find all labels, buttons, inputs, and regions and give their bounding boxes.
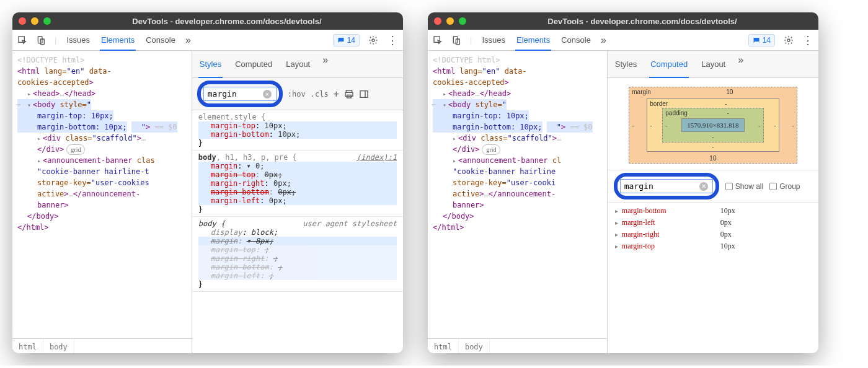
- rule-element-style[interactable]: element.style { margin-top: 10px; margin…: [192, 110, 403, 151]
- gear-icon[interactable]: [784, 35, 794, 45]
- padding-label: padding: [665, 110, 688, 116]
- more-subtabs-icon[interactable]: »: [322, 55, 328, 74]
- filter-highlight: ✕: [614, 173, 719, 199]
- grid-badge[interactable]: grid: [482, 144, 500, 155]
- device-toggle-icon[interactable]: [36, 35, 46, 45]
- box-model[interactable]: margin 10 10 - - border - - - - paddin: [608, 78, 818, 170]
- close-icon[interactable]: [19, 17, 26, 25]
- tab-elements[interactable]: Elements: [515, 30, 551, 51]
- clear-icon[interactable]: ✕: [263, 90, 272, 99]
- rule-user-agent[interactable]: body {user agent stylesheet display: blo…: [192, 217, 403, 292]
- subtab-styles[interactable]: Styles: [198, 55, 223, 78]
- tab-console[interactable]: Console: [560, 30, 592, 50]
- expand-icon[interactable]: [37, 134, 43, 142]
- svg-rect-7: [360, 90, 368, 97]
- border-label: border: [650, 100, 668, 107]
- subtab-styles[interactable]: Styles: [614, 55, 638, 74]
- issue-icon: [337, 37, 345, 44]
- minimize-icon[interactable]: [31, 17, 38, 25]
- minimize-icon[interactable]: [446, 17, 454, 25]
- tab-console[interactable]: Console: [144, 30, 177, 50]
- breadcrumb: html body: [428, 338, 607, 353]
- print-icon[interactable]: [344, 89, 354, 99]
- svg-rect-9: [434, 37, 440, 42]
- kebab-icon[interactable]: ⋮: [387, 33, 398, 47]
- tab-elements[interactable]: Elements: [100, 30, 136, 51]
- computed-prop[interactable]: margin-bottom10px: [608, 205, 818, 217]
- issue-count: 14: [347, 36, 355, 45]
- computed-prop[interactable]: margin-top10px: [608, 240, 818, 252]
- tab-issues[interactable]: Issues: [65, 30, 91, 50]
- more-subtabs-icon[interactable]: »: [738, 55, 743, 74]
- doctype: <!DOCTYPE html>: [17, 55, 192, 66]
- collapse-icon[interactable]: [27, 100, 33, 109]
- group-checkbox[interactable]: Group: [769, 182, 800, 191]
- show-all-checkbox[interactable]: Show all: [725, 182, 763, 191]
- computed-prop[interactable]: margin-right0px: [608, 229, 818, 240]
- svg-rect-0: [19, 37, 24, 42]
- hov-toggle[interactable]: :hov: [288, 90, 306, 99]
- crumb-body[interactable]: body: [43, 339, 74, 353]
- style-margin-bottom: margin-bottom: 10px;: [37, 123, 127, 131]
- kebab-icon[interactable]: ⋮: [802, 33, 813, 47]
- window-title: DevTools - developer.chrome.com/docs/dev…: [472, 17, 812, 26]
- cls-toggle[interactable]: .cls: [311, 90, 329, 99]
- devtools-window-styles: DevTools - developer.chrome.com/docs/dev…: [12, 12, 403, 353]
- expand-icon[interactable]: [453, 134, 458, 142]
- traffic-lights: [19, 17, 51, 25]
- rule-body-selectors[interactable]: body, h1, h3, p, pre {(index):1 margin: …: [192, 151, 403, 217]
- subtab-computed[interactable]: Computed: [649, 55, 689, 78]
- clear-icon[interactable]: ✕: [699, 182, 708, 191]
- more-tabs-icon[interactable]: »: [185, 35, 191, 46]
- computed-prop[interactable]: margin-left0px: [608, 217, 818, 229]
- issue-count: 14: [763, 36, 771, 45]
- issues-badge[interactable]: 14: [748, 34, 775, 46]
- main-toolbar: | Issues Elements Console » 14 ⋮: [428, 30, 818, 51]
- doctype: <!DOCTYPE html>: [433, 55, 607, 66]
- issues-badge[interactable]: 14: [333, 34, 360, 46]
- computed-panel: Styles Computed Layout » margin 10 10 - …: [608, 51, 818, 353]
- content-size: 1570.910×831.818: [681, 118, 744, 132]
- margin-label: margin: [632, 89, 651, 95]
- expand-icon[interactable]: [443, 89, 448, 98]
- inspect-icon[interactable]: [433, 35, 443, 45]
- issue-icon: [753, 37, 760, 44]
- close-icon[interactable]: [434, 17, 441, 25]
- svg-rect-1: [38, 37, 42, 43]
- more-tabs-icon[interactable]: »: [601, 35, 606, 46]
- breadcrumb: html body: [12, 338, 192, 353]
- svg-point-12: [787, 39, 790, 42]
- svg-point-3: [372, 39, 374, 42]
- crumb-html[interactable]: html: [428, 339, 459, 353]
- collapse-icon[interactable]: [443, 100, 448, 109]
- titlebar: DevTools - developer.chrome.com/docs/dev…: [428, 12, 818, 30]
- traffic-lights: [434, 17, 466, 25]
- html-tag[interactable]: <html: [17, 67, 40, 76]
- devtools-window-computed: DevTools - developer.chrome.com/docs/dev…: [428, 12, 818, 353]
- subtab-computed[interactable]: Computed: [234, 55, 273, 74]
- style-margin-bottom: margin-bottom: 10px;: [453, 123, 542, 131]
- svg-rect-5: [345, 92, 353, 96]
- style-margin-top: margin-top: 10px;: [453, 112, 529, 120]
- svg-rect-10: [453, 37, 458, 43]
- inspect-icon[interactable]: [17, 35, 27, 45]
- gear-icon[interactable]: [368, 35, 378, 45]
- maximize-icon[interactable]: [43, 17, 51, 25]
- expand-icon[interactable]: [27, 89, 33, 98]
- subtab-layout[interactable]: Layout: [700, 55, 727, 74]
- new-rule-icon[interactable]: +: [334, 88, 340, 100]
- grid-badge[interactable]: grid: [66, 144, 85, 155]
- device-toggle-icon[interactable]: [451, 35, 461, 45]
- filter-highlight: ✕: [197, 81, 283, 107]
- crumb-body[interactable]: body: [459, 339, 490, 353]
- crumb-html[interactable]: html: [12, 339, 43, 353]
- maximize-icon[interactable]: [459, 17, 466, 25]
- computed-props-list: margin-bottom10px margin-left0px margin-…: [608, 203, 818, 353]
- tab-issues[interactable]: Issues: [480, 30, 507, 50]
- dom-tree[interactable]: <!DOCTYPE html> <html lang="en" data- co…: [12, 51, 192, 353]
- toggle-pane-icon[interactable]: [359, 89, 369, 99]
- subtab-layout[interactable]: Layout: [285, 55, 311, 74]
- expand-icon[interactable]: [453, 156, 458, 165]
- dom-tree[interactable]: <!DOCTYPE html> <html lang="en" data- co…: [428, 51, 608, 353]
- expand-icon[interactable]: [37, 156, 43, 165]
